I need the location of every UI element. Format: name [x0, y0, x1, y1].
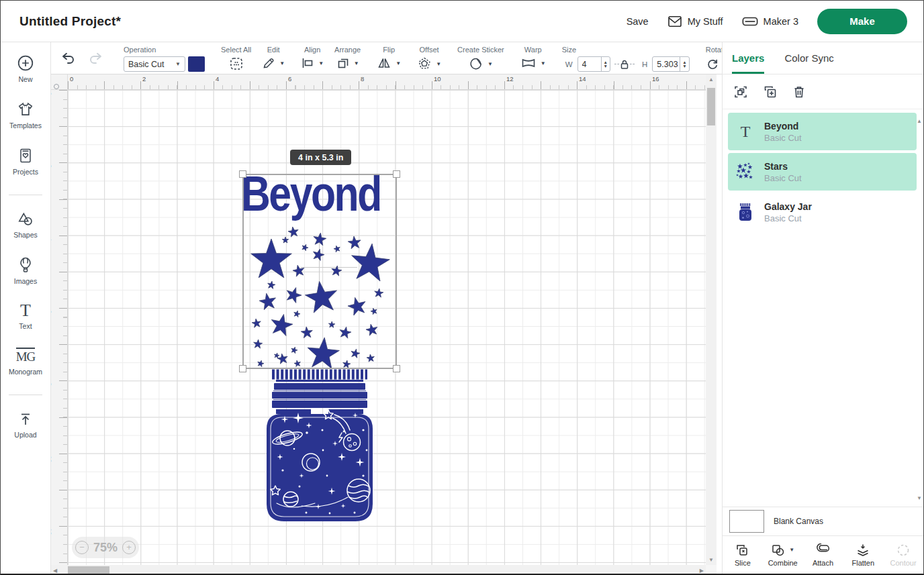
scroll-up-arrow[interactable]: ▲ [708, 76, 714, 83]
offset-button[interactable]: ▼ [417, 56, 441, 71]
sidebar-item-shapes[interactable]: Shapes [13, 211, 38, 239]
canvas-background-row[interactable]: Blank Canvas [723, 507, 923, 535]
offset-icon [417, 56, 432, 71]
align-button[interactable]: ▼ [301, 56, 324, 70]
text-layer-thumbnail: T [735, 123, 756, 141]
panel-tabs: Layers Color Sync [723, 42, 923, 74]
sidebar-item-upload[interactable]: Upload [14, 411, 36, 439]
duplicate-layer-icon[interactable] [763, 85, 778, 99]
top-bar: Untitled Project* Save My Stuff Maker 3 … [1, 1, 923, 42]
sidebar-item-monogram[interactable]: MG Monogram [9, 348, 42, 376]
vertical-scrollbar[interactable]: ▲ ▼ [706, 74, 717, 565]
make-button[interactable]: Make [817, 9, 907, 34]
delete-layer-icon[interactable] [792, 85, 806, 99]
contour-icon [896, 543, 911, 557]
plus-circle-icon [17, 54, 34, 72]
stars-layer-thumbnail [735, 162, 756, 181]
chevron-down-icon: ▼ [279, 60, 285, 66]
resize-handle-bottom-right[interactable] [393, 365, 400, 372]
operation-dropdown[interactable]: Basic Cut ▼ [124, 56, 185, 72]
resize-handle-top-left[interactable] [239, 170, 246, 178]
select-all-button[interactable] [229, 56, 244, 71]
sticker-icon [469, 56, 483, 71]
horizontal-scrollbar[interactable]: ◀ ▶ [51, 565, 706, 575]
left-sidebar: New Templates Projects Shapes Images T T… [1, 42, 51, 574]
sidebar-item-projects[interactable]: Projects [13, 147, 38, 176]
horizontal-ruler: 0 2 4 6 8 10 12 14 16 [68, 74, 706, 90]
height-stepper[interactable]: ▲▼ [680, 57, 688, 71]
blank-canvas-swatch[interactable] [729, 510, 764, 533]
balloon-icon [17, 256, 34, 274]
scroll-left-arrow[interactable]: ◀ [53, 568, 57, 574]
zoom-level: 75% [93, 541, 118, 555]
sidebar-item-new[interactable]: New [17, 54, 34, 83]
edit-toolbar: Operation Basic Cut ▼ Select All Edit ▼ … [51, 42, 723, 74]
slice-icon [735, 543, 750, 557]
resize-handle-bottom-left[interactable] [239, 365, 246, 372]
project-title[interactable]: Untitled Project* [19, 14, 121, 29]
slice-button[interactable]: Slice [723, 536, 763, 574]
flatten-button[interactable]: Flatten [843, 536, 883, 574]
attach-button[interactable]: Attach [803, 536, 843, 574]
tab-color-sync[interactable]: Color Sync [784, 42, 833, 74]
layer-row-stars[interactable]: Stars Basic Cut [728, 153, 917, 191]
layer-color-swatch[interactable] [188, 56, 205, 72]
selection-bounding-box[interactable] [242, 174, 397, 369]
flatten-icon [856, 543, 870, 557]
galaxy-jar-artwork[interactable] [263, 368, 377, 523]
shapes-icon [17, 211, 34, 227]
select-layers-icon[interactable] [733, 85, 748, 99]
design-canvas[interactable]: 0 2 4 6 8 10 12 14 16 0 2 4 6 8 10 12 Be… [51, 74, 717, 575]
horizontal-scroll-thumb[interactable] [68, 566, 109, 574]
resize-handle-top-right[interactable] [393, 170, 400, 178]
sidebar-item-templates[interactable]: Templates [9, 101, 42, 129]
align-icon [301, 56, 314, 70]
tab-layers[interactable]: Layers [732, 42, 764, 74]
save-button[interactable]: Save [627, 16, 649, 27]
layer-row-beyond[interactable]: T Beyond Basic Cut [728, 113, 917, 150]
layer-row-galaxy-jar[interactable]: Galaxy Jar Basic Cut [728, 193, 917, 231]
sidebar-item-text[interactable]: T Text [19, 303, 32, 330]
tshirt-icon [17, 101, 34, 118]
undo-button[interactable] [60, 52, 77, 65]
layer-list-scrollbar[interactable]: ▲ ▼ [915, 113, 922, 504]
zoom-out-button[interactable]: − [75, 541, 89, 554]
sidebar-divider [9, 395, 42, 395]
flip-button[interactable]: ▼ [377, 56, 401, 70]
create-sticker-button[interactable]: ▼ [469, 56, 493, 71]
warp-button[interactable]: ▼ [520, 56, 546, 70]
monogram-icon: MG [16, 348, 36, 364]
scroll-right-arrow[interactable]: ▶ [700, 568, 704, 574]
canvas-grid[interactable]: Beyond [68, 90, 706, 565]
machine-icon [742, 16, 758, 27]
text-icon: T [20, 303, 31, 319]
warp-icon [520, 56, 537, 70]
chevron-down-icon: ▼ [789, 547, 794, 553]
size-lock-button[interactable] [614, 58, 635, 70]
combine-button[interactable]: ▼ Combine [763, 536, 803, 574]
ruler-origin [51, 74, 68, 90]
arrange-icon [336, 56, 350, 70]
scroll-down-arrow[interactable]: ▼ [917, 495, 922, 501]
edit-menu-button[interactable]: ▼ [262, 56, 285, 70]
arrange-button[interactable]: ▼ [336, 56, 359, 70]
contour-button: Contour [883, 536, 923, 574]
machine-selector[interactable]: Maker 3 [742, 16, 798, 27]
chevron-down-icon: ▼ [175, 61, 181, 67]
scroll-down-arrow[interactable]: ▼ [708, 557, 714, 563]
sidebar-item-images[interactable]: Images [14, 256, 37, 285]
width-input[interactable]: ▲▼ [578, 56, 610, 72]
width-stepper[interactable]: ▲▼ [601, 57, 610, 71]
width-value-field[interactable] [578, 60, 601, 69]
selection-size-tooltip: 4 in x 5.3 in [290, 150, 351, 165]
scroll-up-arrow[interactable]: ▲ [917, 118, 922, 124]
zoom-in-button[interactable]: + [122, 541, 136, 554]
height-value-field[interactable] [653, 60, 680, 69]
redo-button[interactable] [87, 52, 103, 65]
vertical-ruler: 0 2 4 6 8 10 12 [51, 90, 68, 565]
rotate-icon[interactable] [706, 58, 719, 71]
height-input[interactable]: ▲▼ [652, 56, 689, 72]
project-card-icon [17, 147, 34, 164]
vertical-scroll-thumb[interactable] [707, 88, 715, 125]
my-stuff-button[interactable]: My Stuff [667, 15, 723, 28]
